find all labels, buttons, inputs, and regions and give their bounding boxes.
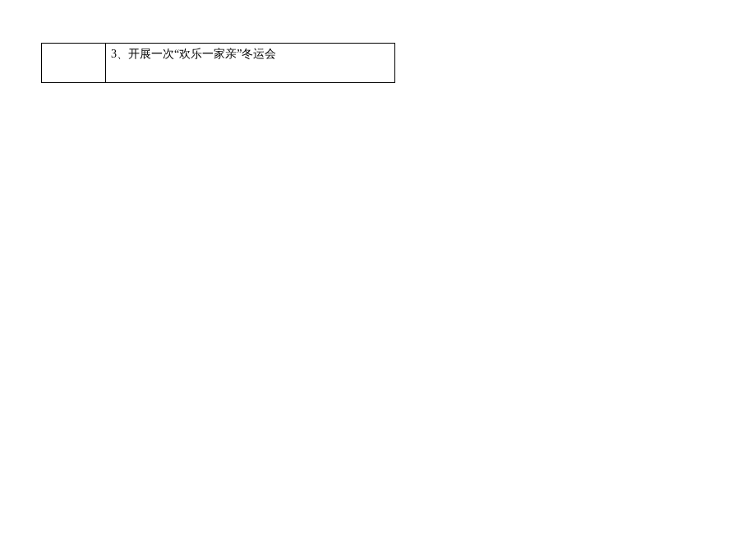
table: 3、开展一次“欢乐一家亲”冬运会 [41, 43, 395, 83]
table-cell-right: 3、开展一次“欢乐一家亲”冬运会 [106, 44, 395, 83]
table-cell-left [42, 44, 106, 83]
document-table: 3、开展一次“欢乐一家亲”冬运会 [41, 43, 395, 83]
cell-text: 3、开展一次“欢乐一家亲”冬运会 [111, 48, 276, 60]
table-row: 3、开展一次“欢乐一家亲”冬运会 [42, 44, 395, 83]
